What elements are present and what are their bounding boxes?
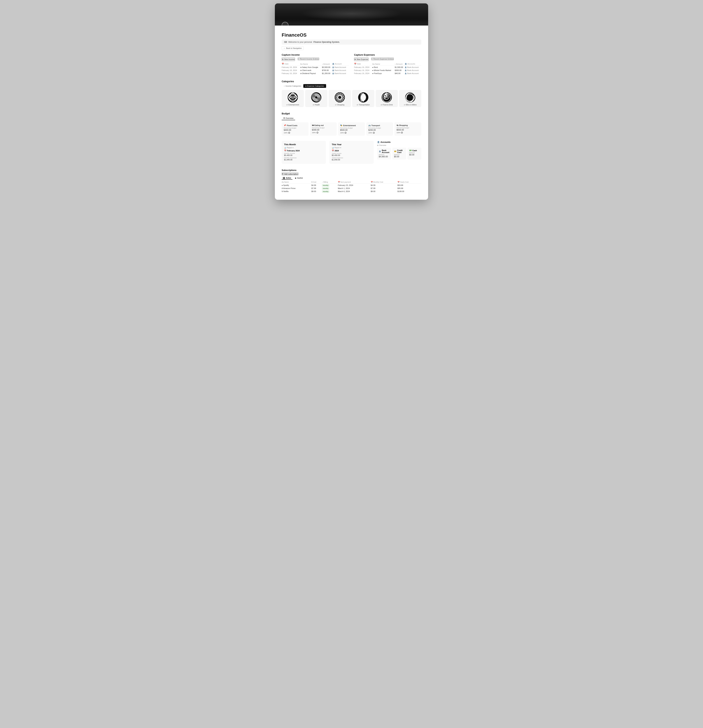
category-card-bills-&-utilities[interactable]: 🏷 Bills & Utilities (399, 90, 421, 107)
list-icon-expense: ≡ (372, 58, 373, 60)
subs-col-yearly: 📅 Yearly Cost (398, 181, 421, 184)
calendar-icon-month: 📅 (284, 150, 286, 152)
new-expense-button[interactable]: ⊕ New Expense (354, 58, 369, 61)
category-icon-4 (381, 92, 392, 103)
accounts-sub: ⊞ Overview (377, 144, 421, 146)
category-card-shopping[interactable]: 🏷 Shopping (329, 90, 351, 107)
category-card-health[interactable]: 🏷 Health (305, 90, 327, 107)
budget-remaining-label-0: Remaining Budget (284, 127, 307, 129)
tab-active-subs[interactable]: ▌▌ Active (282, 177, 292, 180)
active-tab-label: Active (286, 177, 291, 179)
tab-budget-overview[interactable]: ⊞ Overview (282, 116, 295, 120)
income-cell-1-3: 🏦 Bank Account (332, 69, 349, 72)
subs-col-billing: ○ Billing (322, 181, 338, 184)
expense-row: February 16, 2024● Rent$1,500.00🏦 Bank A… (354, 66, 421, 69)
account-icon-2: 💵 (409, 149, 412, 152)
budget-icon-0: 📌 (284, 124, 286, 127)
income-cell-1-2: $700.00 (322, 69, 332, 72)
recent-expense-button[interactable]: ≡ Recent Expense Entries (371, 58, 394, 60)
subscription-row: ● Spotify$4.99MonthlyFebruary 23, 2024$4… (282, 184, 421, 187)
bar-chart-icon: ▌▌ (283, 177, 285, 179)
account-card-credit-card: 💳 Credit Card Balance $0.00 (392, 147, 406, 159)
add-subscription-button[interactable]: ⊕ Add subscription (282, 172, 298, 175)
category-icon-5 (405, 92, 416, 103)
this-year-card: This Year 📊 Report ▾ 📅 2024 Yearly Incom… (329, 141, 374, 164)
subs-col-monthly: 📅 Monthly Cost (371, 181, 398, 184)
accounts-grid: 🏦 Bank Account Balance $4,560.00 💳 Credi… (377, 147, 421, 159)
new-income-button[interactable]: ⊕ New Income (282, 58, 295, 61)
svg-point-5 (335, 92, 345, 103)
back-navigation-button[interactable]: ← Back to Navigation (282, 46, 304, 50)
income-cell-1-1: ⊕ Client work (300, 69, 322, 72)
account-balance-1: $0.00 (394, 155, 405, 158)
subscriptions-section: Subscriptions ⊕ Add subscription ▌▌ Acti… (282, 169, 421, 193)
subs-cell-0-2: Monthly (322, 184, 338, 187)
income-cell-0-3: 🏦 Bank Account (332, 66, 349, 69)
chevron-down-month: ▾ (292, 147, 294, 149)
income-col-name: Aa Name (300, 62, 322, 66)
account-balance-label-1: Balance (394, 154, 405, 155)
expense-row: February 16, 2024● FiveGuys$40.00🏦 Bank … (354, 72, 421, 75)
keyboard-icon: ⌨ (284, 41, 287, 43)
income-cell-2-3: 🏦 Bank Account (332, 72, 349, 75)
welcome-italic: Finance Operating System. (313, 41, 340, 43)
budget-remaining-label-4: Remaining Budget (396, 127, 419, 129)
tab-expense-label: Expense Categories (307, 85, 324, 87)
yearly-income-value: $5,400.00 (332, 154, 371, 156)
category-card-entertainment[interactable]: 🏷 Entertainment (282, 90, 304, 107)
subs-cell-2-2: Monthly (322, 190, 338, 193)
budget-card-shopping: 🛍 Shopping Remaining Budget $500.00 100% (395, 122, 421, 136)
tab-inactive-subs[interactable]: ▶ Inactive (294, 177, 304, 180)
category-card-food-&-drink[interactable]: 🏷 Food & Drink (376, 90, 398, 107)
expense-row: February 16, 2024● Whole Foods Market$30… (354, 69, 421, 72)
account-name-0: 🏦 Bank Account (379, 149, 389, 153)
budget-card-eating-out: 🍽 Eating out Remaining Budget $300.00 10… (310, 122, 337, 136)
subs-cell-2-5: $108.00 (398, 190, 421, 193)
recent-income-button[interactable]: ≡ Recent Income Entries (298, 58, 319, 60)
subs-cell-1-0: A Amazon Prime (282, 187, 311, 190)
capture-expenses-title: Capture Expenses (354, 53, 421, 56)
this-year-sub: 📊 Report ▾ (332, 147, 371, 149)
welcome-text: Welcome to your personal (288, 41, 312, 43)
this-year-title: This Year (332, 143, 371, 146)
budget-card-entertainment: 🎭 Entertainment Remaining Budget $500.00… (338, 122, 365, 136)
budget-amount-0: $400.00 (284, 129, 307, 131)
budget-card-transport: 🚌 Transport Remaining Budget $200.00 100… (366, 122, 393, 136)
this-year-date-val: 2024 (335, 150, 339, 152)
subs-cell-1-5: $95.88 (398, 187, 421, 190)
expense-col-accounts: 🏦 Accounts (405, 62, 421, 66)
expense-cell-0-3: 🏦 Bank Account (405, 66, 421, 69)
expense-cell-2-2: $40.00 (395, 72, 405, 75)
subs-cell-0-4: $4.99 (371, 184, 398, 187)
tab-expense-categories[interactable]: ● Expense Categories (303, 84, 326, 88)
budget-icon-2: 🎭 (340, 124, 343, 127)
expense-cell-2-0: February 16, 2024 (354, 72, 372, 75)
subs-cell-1-2: Monthly (322, 187, 338, 190)
chart-icon-year: 📊 (332, 147, 334, 149)
plus-icon-subs: ⊕ (282, 173, 284, 175)
this-month-date: 📅 February 2024 (284, 150, 324, 152)
monthly-income-label: Monthly Income (284, 153, 324, 154)
budget-amount-1: $300.00 (312, 129, 335, 131)
plus-icon-expense: ⊕ (354, 58, 356, 61)
yearly-expenses-value: $1,840.00 (332, 159, 371, 161)
expense-col-name: Aa Name (372, 62, 395, 66)
subs-cell-2-3: March 6, 2024 (338, 190, 371, 193)
this-month-sub-label: Report (287, 147, 292, 149)
new-income-label: New Income (284, 58, 295, 60)
tab-income-categories[interactable]: ○ Income Categories (282, 84, 303, 88)
categories-section: Categories ○ Income Categories ● Expense… (282, 80, 421, 107)
income-col-amount: ↕ Amount (322, 62, 332, 66)
category-card-transportation[interactable]: 🏷 Transportation (352, 90, 374, 107)
budget-card-title-1: 🍽 Eating out (312, 124, 335, 126)
filled-circle-icon: ● (305, 85, 307, 87)
budget-remaining-label-1: Remaining Budget (312, 127, 335, 129)
bank-icon-accounts: 🏦 (377, 141, 380, 143)
progress-circle-1 (317, 132, 318, 133)
subscriptions-title: Subscriptions (282, 169, 421, 172)
expense-cell-0-2: $1,500.00 (395, 66, 405, 69)
income-row: February 18, 2024⊕ Salary from Google$3,… (282, 66, 349, 69)
expense-table: 📅 Date Aa Name ↕ Amount 🏦 Accounts Febru… (354, 62, 421, 75)
progress-circle-2 (345, 132, 346, 134)
income-col-account: 🏦 Account (332, 62, 349, 66)
